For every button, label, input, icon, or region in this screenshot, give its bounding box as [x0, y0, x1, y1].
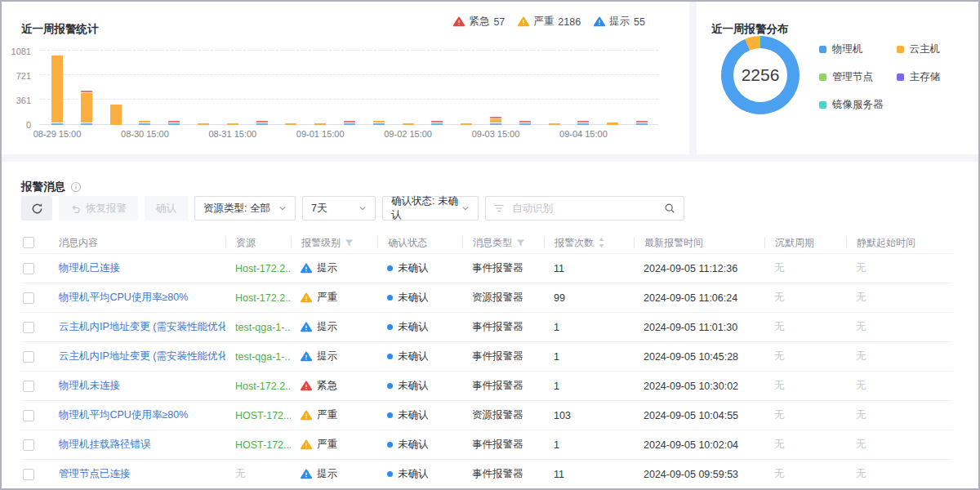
bar-group	[403, 123, 414, 125]
row-checkbox[interactable]	[23, 381, 34, 392]
bar-segment-紧急	[636, 121, 648, 122]
resource-link[interactable]: HOST-172....	[235, 410, 291, 421]
bar-segment-提示	[519, 123, 531, 125]
resource-type-select[interactable]: 资源类型: 全部	[194, 196, 296, 220]
message-type-cell: 事件报警器	[462, 467, 544, 481]
y-axis-tick-label: 361	[16, 96, 31, 105]
sort-icon[interactable]	[598, 237, 605, 248]
column-header: 资源	[225, 237, 291, 248]
alerts-table-body: 物理机已连接Host-172.2...提示未确认事件报警器112024-09-0…	[21, 253, 952, 488]
distribution-legend-label: 物理机	[832, 42, 863, 56]
message-content-link[interactable]: 管理节点已连接	[59, 467, 131, 481]
silence-start-cell: 无	[846, 379, 952, 393]
alert-count-cell: 1	[544, 322, 634, 333]
search-icon[interactable]	[664, 203, 675, 214]
funnel-filter-icon[interactable]	[516, 238, 525, 247]
period-select[interactable]: 7天	[302, 196, 376, 220]
message-content-cell: 物理机未连接	[49, 379, 225, 393]
warning-triangle-icon	[301, 292, 312, 303]
column-header: 最新报警时间	[634, 237, 764, 248]
message-content-link[interactable]: 物理机已连接	[59, 261, 120, 275]
row-checkbox[interactable]	[23, 469, 34, 480]
alerts-toolbar: 恢复报警 确认 资源类型: 全部 7天 确认状态: 未确认	[21, 196, 684, 220]
row-checkbox[interactable]	[23, 439, 34, 451]
bar-group	[431, 121, 443, 125]
bar-segment-严重	[549, 123, 560, 125]
filter-lines-icon	[494, 203, 504, 213]
chart-gridline	[39, 74, 658, 75]
message-content-link[interactable]: 物理机挂载路径错误	[59, 438, 151, 452]
column-header-label: 资源	[236, 236, 256, 250]
silence-start-value: 无	[856, 350, 866, 363]
select-all-checkbox[interactable]	[23, 237, 34, 248]
ack-status-select[interactable]: 确认状态: 未确认	[382, 196, 479, 220]
bar-segment-严重	[198, 123, 209, 125]
warning-triangle-icon	[594, 16, 605, 27]
row-checkbox-cell	[21, 439, 49, 451]
alert-level-cell: 严重	[291, 408, 377, 422]
resource-link[interactable]: Host-172.2...	[235, 263, 291, 274]
severity-legend-value: 55	[634, 16, 645, 28]
bar-group	[198, 123, 209, 125]
x-axis-tick-label: 08-31 15:00	[208, 129, 256, 139]
message-content-link[interactable]: 物理机平均CPU使用率≥80%	[59, 408, 188, 422]
info-icon[interactable]	[70, 181, 82, 193]
silence-period-value: 无	[774, 320, 785, 334]
restore-alert-button[interactable]: 恢复报警	[59, 196, 138, 220]
table-row: 物理机平均CPU使用率≥80%Host-172.2...严重未确认资源报警器99…	[21, 283, 952, 312]
latest-alert-time-value: 2024-09-05 10:30:02	[644, 381, 738, 392]
bar-group	[51, 56, 63, 125]
resource-link[interactable]: Host-172.2...	[235, 381, 291, 392]
message-content-link[interactable]: 物理机未连接	[59, 379, 120, 393]
resource-cell: 无	[225, 467, 291, 481]
message-type-label: 资源报警器	[472, 408, 523, 422]
alert-level-label: 严重	[317, 291, 337, 305]
warning-triangle-icon	[301, 381, 312, 391]
ack-status-cell: 未确认	[377, 261, 462, 275]
funnel-filter-icon[interactable]	[345, 238, 354, 247]
bar-group	[373, 121, 385, 125]
donut-total: 2256	[742, 65, 780, 85]
column-header-label: 确认状态	[388, 236, 427, 250]
table-row: 物理机平均CPU使用率≥80%HOST-172....严重未确认资源报警器103…	[21, 400, 952, 430]
row-checkbox[interactable]	[23, 322, 34, 333]
bar-segment-严重	[461, 123, 472, 125]
resource-cell: test-qga-1-...	[225, 322, 291, 333]
message-type-cell: 事件报警器	[462, 261, 544, 275]
latest-alert-time-cell: 2024-09-05 09:59:53	[634, 469, 764, 480]
warning-triangle-icon	[301, 469, 312, 479]
chevron-down-icon	[278, 204, 287, 212]
message-content-link[interactable]: 物理机平均CPU使用率≥80%	[59, 291, 188, 305]
row-checkbox[interactable]	[23, 263, 34, 274]
column-header: 静默起始时间	[846, 237, 952, 248]
message-content-link[interactable]: 云主机内IP地址变更 (需安装性能优化工具)	[59, 320, 225, 334]
undo-arrow-icon	[70, 203, 81, 214]
refresh-button[interactable]	[21, 196, 52, 220]
latest-alert-time-value: 2024-09-05 11:06:24	[644, 292, 737, 304]
resource-link[interactable]: Host-172.2...	[235, 292, 291, 304]
alert-count-value: 11	[554, 469, 564, 480]
row-checkbox[interactable]	[23, 351, 34, 363]
resource-link[interactable]: HOST-172....	[235, 439, 291, 451]
bar-group	[636, 121, 648, 125]
message-content-link[interactable]: 云主机内IP地址变更 (需安装性能优化工具)	[59, 350, 225, 363]
latest-alert-time-cell: 2024-09-05 10:04:55	[634, 410, 764, 421]
silence-period-cell: 无	[764, 350, 846, 363]
row-checkbox[interactable]	[23, 410, 34, 421]
legend-swatch	[819, 46, 826, 53]
column-header: 消息内容	[49, 237, 225, 248]
row-checkbox[interactable]	[23, 292, 34, 304]
ack-status-cell: 未确认	[377, 408, 462, 422]
confirm-button[interactable]: 确认	[145, 196, 188, 220]
resource-link[interactable]: test-qga-1-...	[235, 351, 291, 363]
legend-swatch	[897, 74, 904, 81]
search-input[interactable]	[510, 202, 657, 215]
alert-count-cell: 11	[544, 469, 634, 480]
resource-link[interactable]: test-qga-1-...	[235, 322, 291, 333]
bar-group	[256, 121, 268, 125]
warning-triangle-icon	[301, 410, 312, 421]
status-dot-icon	[387, 265, 393, 271]
alert-messages-panel: 报警消息 恢复报警 确认 资源类型: 全部	[2, 162, 978, 488]
legend-swatch	[897, 46, 904, 53]
bar-segment-提示	[577, 123, 589, 125]
